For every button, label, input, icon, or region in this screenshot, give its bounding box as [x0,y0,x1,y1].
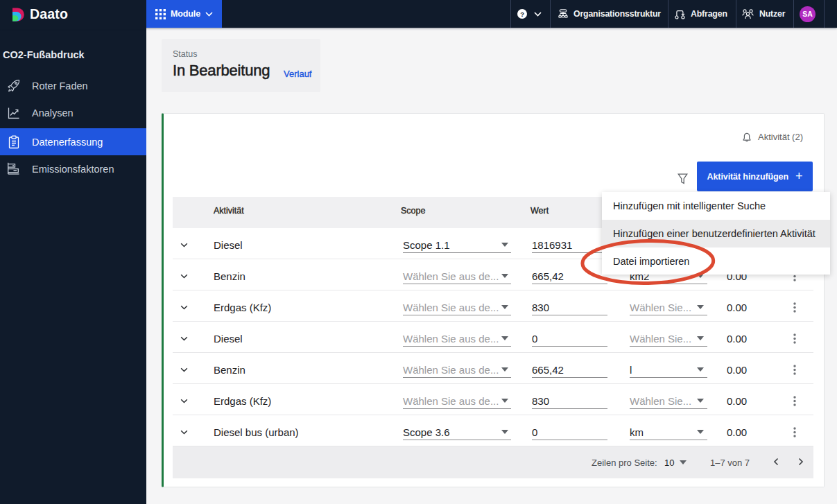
svg-text:?: ? [520,10,524,18]
